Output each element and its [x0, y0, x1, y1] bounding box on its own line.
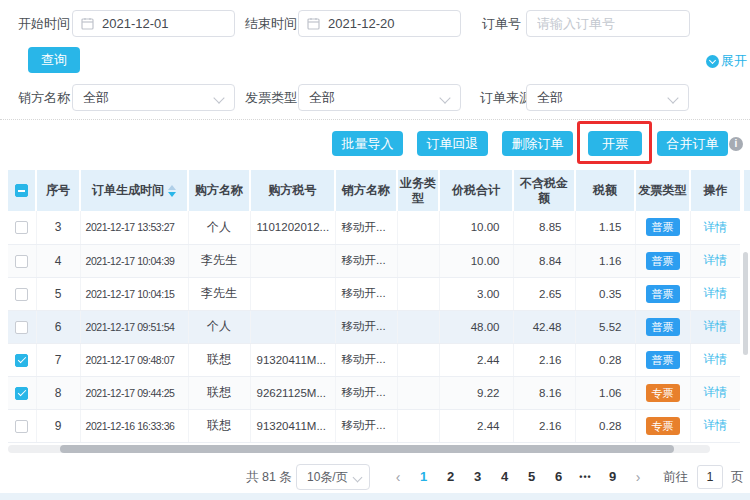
cell-seller: 移动开...	[335, 376, 397, 409]
row-checkbox[interactable]	[15, 387, 28, 400]
cell-seller: 移动开...	[335, 211, 397, 244]
page-number[interactable]: 6	[545, 463, 572, 491]
chevron-down-icon	[439, 92, 450, 103]
row-checkbox[interactable]	[15, 255, 28, 268]
order-rollback-button[interactable]: 订单回退	[417, 131, 488, 156]
header-gutter	[744, 170, 750, 211]
detail-link[interactable]: 详情	[703, 418, 727, 432]
column-header: 序号	[36, 170, 80, 211]
invoice-type-cell: 普票	[635, 211, 690, 244]
cell-amount_excl_tax: 8.85	[513, 211, 575, 244]
detail-link[interactable]: 详情	[703, 385, 727, 399]
batch-import-button[interactable]: 批量导入	[332, 131, 403, 156]
detail-link[interactable]: 详情	[703, 319, 727, 333]
vertical-scrollbar-thumb[interactable]	[743, 252, 748, 355]
detail-link[interactable]: 详情	[703, 352, 727, 366]
row-checkbox[interactable]	[15, 288, 28, 301]
cell-created: 2021-12-17 10:04:39	[80, 244, 188, 277]
row-checkbox[interactable]	[15, 420, 28, 433]
invoice-type-select[interactable]: 全部	[298, 84, 461, 111]
page-ellipsis[interactable]: •••	[572, 463, 599, 491]
start-date-input[interactable]	[72, 10, 235, 37]
start-date-value[interactable]	[100, 15, 226, 32]
cell-buyer_tax_no	[250, 310, 335, 343]
chevron-down-icon	[213, 92, 224, 103]
cell-created: 2021-12-17 13:53:27	[80, 211, 188, 244]
start-time-label: 开始时间	[18, 10, 70, 37]
query-button[interactable]: 查询	[28, 47, 80, 73]
page-number[interactable]: 1	[410, 463, 437, 491]
calendar-icon	[307, 17, 320, 30]
column-header: 购方税号	[250, 170, 335, 211]
page-number[interactable]: 9	[599, 463, 626, 491]
expand-link[interactable]: 展开	[706, 52, 747, 70]
cell-biz_type	[397, 277, 439, 310]
invoice-type-badge: 普票	[646, 218, 680, 236]
goto-label: 前往	[663, 463, 688, 491]
table-row: 62021-12-17 09:51:54个人移动开...48.0042.485.…	[8, 310, 740, 343]
invoice-type-cell: 专票	[635, 376, 690, 409]
section-divider	[0, 119, 750, 120]
row-checkbox[interactable]	[15, 221, 28, 234]
detail-link[interactable]: 详情	[703, 220, 727, 234]
cell-created: 2021-12-17 09:51:54	[80, 310, 188, 343]
cell-biz_type	[397, 343, 439, 376]
page-number[interactable]: 5	[518, 463, 545, 491]
cell-tax: 0.28	[575, 343, 635, 376]
info-icon[interactable]: i	[729, 137, 743, 151]
row-checkbox[interactable]	[15, 354, 28, 367]
action-cell: 详情	[690, 310, 740, 343]
table-body: 32021-12-17 13:53:27个人1101202012...移动开..…	[8, 211, 740, 442]
row-checkbox[interactable]	[15, 321, 28, 334]
issue-invoice-button[interactable]: 开票	[588, 131, 642, 156]
cell-seq: 6	[36, 310, 80, 343]
prev-page-arrow[interactable]: ‹	[386, 464, 410, 490]
page-number[interactable]: 3	[464, 463, 491, 491]
cell-seq: 9	[36, 409, 80, 442]
merge-order-button[interactable]: 合并订单	[657, 131, 728, 156]
end-date-input[interactable]	[298, 10, 461, 37]
page-number[interactable]: 2	[437, 463, 464, 491]
cell-biz_type	[397, 310, 439, 343]
cell-buyer_tax_no: 1101202012...	[250, 211, 335, 244]
cell-amount_excl_tax: 2.65	[513, 277, 575, 310]
sort-caret-icon[interactable]	[168, 185, 176, 197]
table-row: 92021-12-16 16:33:36联想91320411M...移动开...…	[8, 409, 740, 442]
page-number[interactable]: 4	[491, 463, 518, 491]
cell-tax: 0.35	[575, 277, 635, 310]
select-all-header-cell	[8, 170, 36, 211]
page-size-select[interactable]: 10条/页	[296, 464, 370, 490]
order-source-label: 订单来源	[480, 84, 532, 111]
cell-total_with_tax: 2.44	[439, 343, 513, 376]
cell-buyer: 个人	[188, 310, 250, 343]
column-header: 税额	[575, 170, 635, 211]
cell-amount_excl_tax: 8.84	[513, 244, 575, 277]
action-cell: 详情	[690, 244, 740, 277]
detail-link[interactable]: 详情	[703, 253, 727, 267]
table-row: 52021-12-17 10:04:15李先生移动开...3.002.650.3…	[8, 277, 740, 310]
seller-name-select[interactable]: 全部	[72, 84, 235, 111]
horizontal-scrollbar-thumb[interactable]	[60, 445, 674, 453]
pagination-nav: ‹ 123456•••9 ›	[386, 463, 650, 491]
select-all-checkbox[interactable]	[15, 184, 28, 197]
cell-biz_type	[397, 211, 439, 244]
invoice-type-badge: 专票	[646, 384, 680, 402]
next-page-arrow[interactable]: ›	[626, 464, 650, 490]
order-no-field[interactable]	[526, 10, 690, 37]
detail-link[interactable]: 详情	[703, 286, 727, 300]
order-no-input[interactable]	[535, 15, 681, 32]
cell-tax: 0.28	[575, 409, 635, 442]
cell-buyer: 李先生	[188, 244, 250, 277]
delete-order-button[interactable]: 删除订单	[502, 131, 573, 156]
column-header[interactable]: 订单生成时间	[80, 170, 188, 211]
cell-tax: 1.06	[575, 376, 635, 409]
invoice-type-cell: 普票	[635, 343, 690, 376]
order-source-select[interactable]: 全部	[526, 84, 689, 111]
order-table: 序号订单生成时间购方名称购方税号销方名称业务类型价税合计不含税金额税额发票类型操…	[8, 170, 740, 443]
row-checkbox-cell	[8, 211, 36, 244]
cell-created: 2021-12-16 16:33:36	[80, 409, 188, 442]
cell-buyer_tax_no: 91320411M...	[250, 343, 335, 376]
invoice-type-cell: 普票	[635, 277, 690, 310]
end-date-value[interactable]	[326, 15, 452, 32]
goto-page-input[interactable]	[697, 465, 723, 489]
